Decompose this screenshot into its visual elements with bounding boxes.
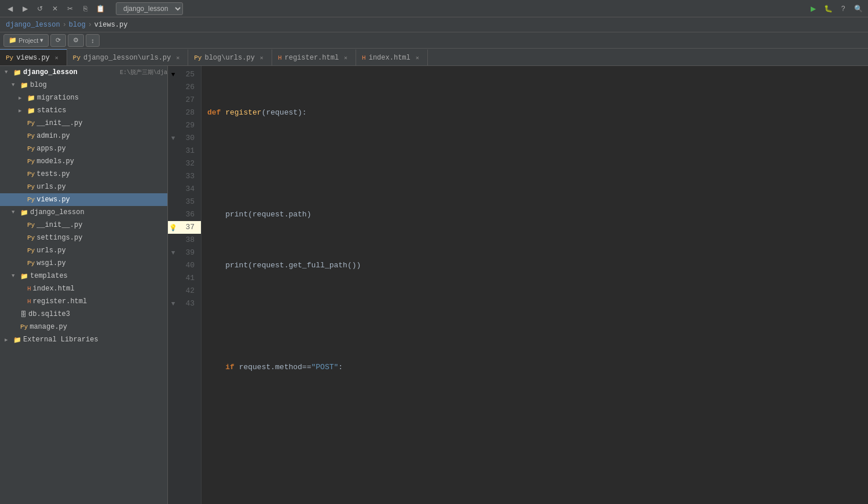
code-editor[interactable]: ▼ 25 26 27 28 29 (168, 66, 868, 504)
gutter-line-36: 36 (168, 208, 201, 221)
tab-register-html[interactable]: H register.html ✕ (272, 49, 356, 65)
py-file-icon-views: Py (27, 196, 35, 203)
tree-migrations[interactable]: ▶ 📁 migrations (0, 91, 167, 104)
chevron-down-icon: ▾ (40, 36, 43, 44)
code-content[interactable]: def register(request): print(request.pat… (202, 66, 868, 504)
forward-btn[interactable]: ▶ (19, 2, 31, 15)
tree-init-django[interactable]: Py __init__.py (0, 219, 167, 231)
paste-btn[interactable]: 📋 (94, 2, 107, 15)
tree-index-html[interactable]: H index.html (0, 282, 167, 295)
tree-apps-py[interactable]: Py apps.py (0, 142, 167, 155)
tab-blog-urls[interactable]: Py blog\urls.py ✕ (188, 49, 272, 65)
tree-tests-py[interactable]: Py tests.py (0, 168, 167, 181)
breadcrumb-project[interactable]: django_lesson (6, 21, 60, 29)
py-icon-urls-django: Py (27, 247, 35, 254)
copy-btn[interactable]: ⎘ (79, 2, 91, 15)
folder-icon-blog: 📁 (20, 82, 28, 89)
tree-manage-py[interactable]: Py manage.py (0, 321, 167, 333)
tab-close-register[interactable]: ✕ (342, 54, 350, 62)
tab-index-html[interactable]: H index.html ✕ (356, 49, 428, 65)
tree-init-blog[interactable]: Py __init__.py (0, 117, 167, 130)
gutter-line-39: ▼ 39 (168, 247, 201, 259)
breadcrumb-folder[interactable]: blog (69, 21, 86, 29)
tab-close-blog-urls[interactable]: ✕ (258, 54, 266, 62)
help-btn[interactable]: ? (837, 2, 849, 15)
code-line-27: print(request.path) (207, 208, 868, 221)
linenum-29: 29 (178, 119, 198, 132)
tree-label-urls-blog: urls.py (36, 183, 167, 191)
tree-label-models: models.py (36, 157, 167, 165)
settings-btn[interactable]: ⚙ (68, 34, 84, 47)
code-line-32 (207, 463, 868, 476)
tree-urls-django[interactable]: Py urls.py (0, 244, 167, 257)
folder-icon-statics: 📁 (27, 107, 35, 115)
tabs-row: Py views.py ✕ Py django_lesson\urls.py ✕… (0, 49, 868, 66)
project-selector[interactable]: django_lesson (116, 2, 183, 15)
sync-btn[interactable]: ⟳ (50, 34, 66, 47)
folder-icon-root: 📁 (13, 69, 21, 76)
run-btn[interactable]: ▶ (807, 2, 819, 15)
tab-label: views.py (16, 54, 50, 62)
arrow-blog: ▼ (12, 82, 19, 88)
folder-icon: 📁 (9, 36, 17, 44)
arrow-migrations: ▶ (19, 95, 25, 101)
back-btn[interactable]: ◀ (3, 2, 16, 15)
tree-wsgi-py[interactable]: Py wsgi.py (0, 257, 167, 270)
tab-django-urls[interactable]: Py django_lesson\urls.py ✕ (67, 49, 188, 65)
code-line-31 (207, 412, 868, 425)
code-line-25: def register(request): (207, 106, 868, 119)
tab-close-btn[interactable]: ✕ (53, 54, 61, 62)
gutter-line-25: ▼ 25 (168, 68, 201, 81)
tab-close-index[interactable]: ✕ (413, 54, 422, 62)
tree-templates[interactable]: ▼ 📁 templates (0, 270, 167, 282)
collapse-btn[interactable]: ↕ (86, 34, 100, 47)
tree-register-html[interactable]: H register.html (0, 295, 167, 308)
tree-label-register-html: register.html (33, 297, 167, 306)
linenum-35: 35 (178, 196, 198, 208)
tree-label-statics: statics (37, 106, 167, 115)
cut-btn[interactable]: ✂ (64, 2, 76, 15)
project-btn[interactable]: 📁 Project ▾ (3, 34, 49, 47)
tree-external-libs[interactable]: ▶ 📁 External Libraries (0, 333, 167, 346)
tree-settings-py[interactable]: Py settings.py (0, 231, 167, 244)
linenum-36: 36 (178, 208, 198, 221)
tree-urls-blog[interactable]: Py urls.py (0, 181, 167, 193)
py-file-icon-tests: Py (27, 171, 35, 178)
tree-views-py[interactable]: Py views.py (0, 193, 167, 206)
toolbar: ◀ ▶ ↺ ✕ ✂ ⎘ 📋 django_lesson ▶ 🐛 ? 🔍 (0, 0, 868, 17)
tree-label-templates: templates (30, 272, 167, 280)
gutter-line-41: 41 (168, 272, 201, 285)
tree-db-sqlite3[interactable]: 🗄 db.sqlite3 (0, 308, 167, 321)
tree-label-urls-django: urls.py (36, 247, 167, 255)
breadcrumb-sep2: › (88, 21, 92, 29)
linenum-25: 25 (178, 68, 198, 81)
gutter-line-32: 32 (168, 157, 201, 170)
gutter-line-35: 35 (168, 196, 201, 208)
py-file-icon-admin: Py (27, 133, 35, 139)
tree-models-py[interactable]: Py models.py (0, 155, 167, 168)
search-btn[interactable]: 🔍 (852, 2, 865, 15)
html-icon-1: H (278, 54, 282, 61)
tab-views-py[interactable]: Py views.py ✕ (0, 49, 67, 65)
debug-btn[interactable]: 🐛 (822, 2, 834, 15)
gutter-line-28: 28 (168, 106, 201, 119)
arrow-templates: ▼ (12, 273, 19, 279)
breadcrumb-sep1: › (63, 21, 67, 29)
html-icon-index: H (27, 285, 31, 292)
tree-root-path: E:\脱产三期\dja (118, 68, 167, 76)
tree-label-tests: tests.py (36, 170, 167, 178)
linenum-37: 37 (178, 221, 198, 234)
html-icon-2: H (362, 54, 366, 61)
tree-root[interactable]: ▼ 📁 django_lesson E:\脱产三期\dja (0, 66, 167, 79)
tree-blog[interactable]: ▼ 📁 blog (0, 79, 167, 91)
tree-admin-py[interactable]: Py admin.py (0, 130, 167, 142)
stop-btn[interactable]: ✕ (49, 2, 61, 15)
linenum-33: 33 (178, 170, 198, 183)
code-line-28: print(request.get_full_path()) (207, 259, 868, 272)
tree-django-folder[interactable]: ▼ 📁 django_lesson (0, 206, 167, 219)
tab-close-django-urls[interactable]: ✕ (174, 54, 182, 62)
tree-statics[interactable]: ▶ 📁 statics (0, 104, 167, 117)
tree-label-admin: admin.py (36, 132, 167, 140)
refresh-btn[interactable]: ↺ (34, 2, 46, 15)
py-file-icon-init: Py (27, 120, 35, 127)
